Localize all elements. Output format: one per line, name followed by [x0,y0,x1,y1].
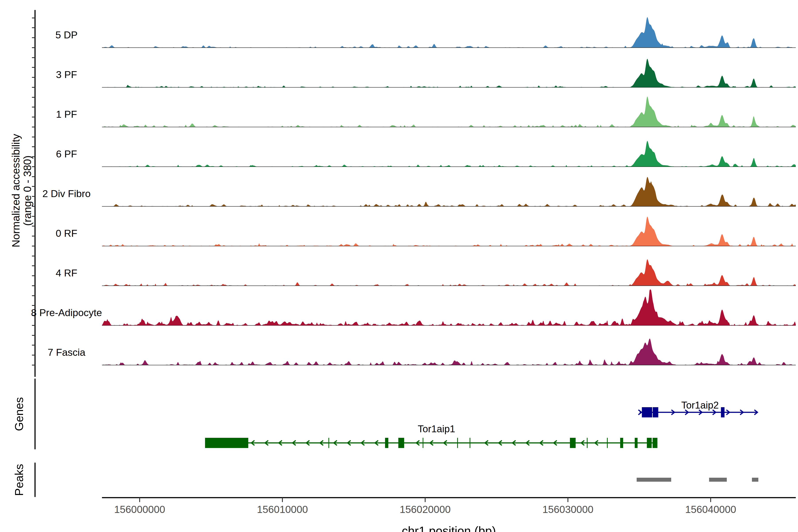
signal-area-0-rf [102,216,796,246]
y-axis-title-line2: (range 0 - 380) [21,155,33,226]
exon-tick [470,438,470,448]
x-tick-label-156010000: 156010000 [257,504,308,515]
gene-label-tor1aip1: Tor1aip1 [418,423,455,434]
exon-block [642,407,652,417]
exon-block [620,438,623,448]
track-label-8-pre-adipocyte: 8 Pre-Adipocyte [31,307,102,318]
track-label-2-div-fibro: 2 Div Fibro [42,188,91,199]
exon-block [570,438,576,448]
exon-block [205,438,248,448]
signal-area-3-pf [102,59,796,87]
signal-area-8-pre-adipocyte [102,289,796,325]
exon-block [653,407,658,417]
x-axis-layer [102,498,796,502]
x-tick-label-156000000: 156000000 [114,504,165,515]
exon-block [721,407,724,417]
x-tick-label-156040000: 156040000 [685,504,736,515]
y-axis-layer [32,10,35,497]
peak-interval [636,478,671,482]
signal-area-6-pf [102,141,796,167]
y-axis-title-line1: Normalized accessibility [10,134,22,247]
signal-area-4-rf [102,259,796,286]
exon-block [385,438,388,448]
signal-area-7-fascia [102,339,796,365]
signal-area-5-dp [102,17,796,48]
exon-tick [587,438,588,448]
exon-tick [328,438,329,448]
peaks-section-label: Peaks [13,464,25,496]
track-label-6-pf: 6 PF [56,148,77,159]
exon-tick [423,438,424,448]
track-label-4-rf: 4 RF [56,267,77,279]
gene-models-layer [205,407,757,448]
exon-block [398,438,404,448]
x-axis-title: chr1 position (bp) [402,524,496,532]
track-label-7-fascia: 7 Fascia [48,347,86,358]
exon-block [652,438,658,448]
signal-area-2-div-fibro [102,177,796,206]
exon-block [647,438,652,448]
signal-tracks-layer [102,17,796,365]
exon-tick [457,438,458,448]
peaks-layer [636,478,758,482]
track-label-1-pf: 1 PF [56,109,77,120]
genes-section-label: Genes [13,397,25,431]
peak-interval [709,478,727,482]
gene-model-tor1aip1 [205,438,658,448]
track-label-0-rf: 0 RF [56,228,77,239]
x-tick-label-156020000: 156020000 [400,504,451,515]
coverage-plot-svg: 5 DP 3 PF 1 PF 6 PF 2 Div Fibro 0 RF 4 R… [0,0,798,532]
coverage-plot-figure: 5 DP 3 PF 1 PF 6 PF 2 Div Fibro 0 RF 4 R… [0,0,798,532]
exon-block [634,438,638,448]
track-label-5-dp: 5 DP [55,29,78,41]
gene-label-tor1aip2: Tor1aip2 [681,400,719,411]
track-label-3-pf: 3 PF [56,69,77,80]
signal-area-1-pf [102,96,796,127]
peak-interval [752,478,758,482]
x-tick-label-156030000: 156030000 [543,504,593,515]
exon-tick [607,438,608,448]
